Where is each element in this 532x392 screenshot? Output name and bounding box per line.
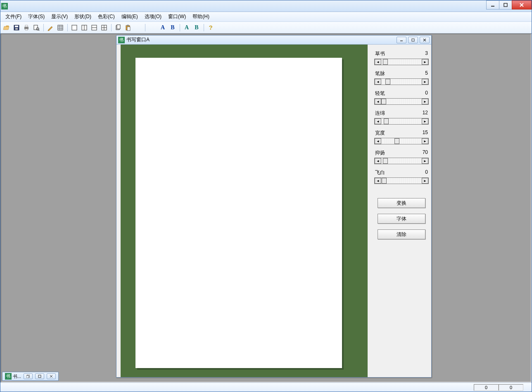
mdi-tab-writing[interactable]: 书 书... — [2, 372, 59, 381]
slider-thumb[interactable] — [382, 178, 387, 184]
pencil-icon[interactable] — [46, 23, 55, 32]
slider-thumb[interactable] — [385, 79, 390, 85]
slider-value: 15 — [423, 130, 428, 137]
slider-left-arrow-icon[interactable]: ◄ — [375, 79, 381, 85]
slider-right-arrow-icon[interactable]: ► — [422, 59, 428, 65]
slider-5: 抑扬70◄► — [374, 149, 429, 164]
slider-label: 连绵 — [375, 110, 385, 117]
child-minimize-button[interactable] — [397, 37, 406, 43]
help-icon[interactable]: ? — [206, 23, 215, 32]
slider-value: 12 — [423, 110, 428, 117]
child-title: 书写窗口A — [126, 36, 150, 43]
canvas-paper[interactable] — [135, 58, 342, 368]
style-a-teal-icon[interactable]: A — [182, 23, 191, 32]
svg-rect-27 — [117, 25, 120, 29]
slider-thumb[interactable] — [383, 59, 388, 65]
child-icon: 书 — [118, 37, 125, 43]
layout4-icon[interactable] — [100, 23, 109, 32]
slider-label: 草书 — [375, 50, 385, 57]
child-maximize-button[interactable] — [408, 37, 418, 43]
minimize-button[interactable] — [486, 0, 499, 9]
slider-thumb[interactable] — [381, 99, 386, 104]
slider-value: 70 — [423, 149, 428, 156]
slider-label: 轻笔 — [375, 90, 385, 97]
slider-thumb[interactable] — [394, 138, 399, 144]
style-a-blue-icon[interactable]: A — [158, 23, 167, 32]
menu-bar: 文件(F) 字体(S) 显示(V) 形状(D) 色彩(C) 编辑(E) 选项(O… — [0, 12, 532, 22]
slider-left-arrow-icon[interactable]: ◄ — [375, 158, 381, 164]
mdi-tab-label: 书... — [13, 373, 21, 380]
svg-rect-9 — [25, 29, 28, 30]
mdi-tab-restore-button[interactable] — [24, 373, 33, 379]
mdi-tab-maximize-button[interactable] — [35, 373, 44, 379]
slider-3: 连绵12◄► — [374, 110, 429, 125]
open-icon[interactable] — [2, 23, 11, 32]
slider-track[interactable]: ◄► — [374, 138, 429, 144]
svg-rect-18 — [72, 25, 77, 30]
transform-button[interactable]: 变换 — [378, 198, 425, 208]
child-close-button[interactable] — [420, 37, 430, 43]
writing-window-a: 书 书写窗口A 草书3◄►笔脉5◄►轻笔0◄►连绵12◄►宽度15◄►抑扬70◄… — [116, 35, 432, 378]
window-controls — [487, 0, 532, 9]
grid-icon[interactable] — [56, 23, 65, 32]
menu-options[interactable]: 选项(O) — [141, 12, 165, 21]
slider-left-arrow-icon[interactable]: ◄ — [375, 99, 381, 104]
menu-view[interactable]: 显示(V) — [48, 12, 71, 21]
slider-right-arrow-icon[interactable]: ► — [422, 138, 428, 144]
slider-left-arrow-icon[interactable]: ◄ — [375, 138, 381, 144]
slider-left-arrow-icon[interactable]: ◄ — [375, 59, 381, 65]
slider-label: 飞白 — [375, 169, 385, 176]
menu-shape[interactable]: 形状(D) — [71, 12, 95, 21]
slider-value: 3 — [425, 50, 428, 57]
menu-color[interactable]: 色彩(C) — [95, 12, 118, 21]
layout1-icon[interactable] — [70, 23, 79, 32]
slider-track[interactable]: ◄► — [374, 98, 429, 105]
slider-value: 0 — [425, 90, 428, 97]
slider-track[interactable]: ◄► — [374, 118, 429, 125]
toolbar: A B A B ? — [0, 22, 532, 33]
separator — [109, 23, 113, 32]
slider-1: 笔脉5◄► — [374, 70, 429, 85]
slider-right-arrow-icon[interactable]: ► — [422, 178, 428, 184]
slider-right-arrow-icon[interactable]: ► — [422, 99, 428, 104]
copy-icon[interactable] — [114, 23, 123, 32]
svg-rect-36 — [26, 375, 29, 378]
slider-right-arrow-icon[interactable]: ► — [422, 79, 428, 85]
slider-2: 轻笔0◄► — [374, 90, 429, 105]
paste-icon[interactable] — [124, 23, 133, 32]
slider-thumb[interactable] — [384, 118, 389, 124]
slider-track[interactable]: ◄► — [374, 59, 429, 65]
menu-window[interactable]: 窗口(W) — [165, 12, 189, 21]
slider-left-arrow-icon[interactable]: ◄ — [375, 118, 381, 124]
slider-thumb[interactable] — [383, 158, 388, 164]
blank-icon[interactable] — [133, 23, 142, 32]
slider-right-arrow-icon[interactable]: ► — [422, 118, 428, 124]
slider-6: 飞白0◄► — [374, 169, 429, 184]
slider-track[interactable]: ◄► — [374, 158, 429, 164]
menu-edit[interactable]: 编辑(E) — [118, 12, 141, 21]
preview-icon[interactable] — [32, 23, 41, 32]
maximize-button[interactable] — [499, 0, 512, 9]
save-icon[interactable] — [12, 23, 21, 32]
style-b-blue-icon[interactable]: B — [168, 23, 177, 32]
style-b-teal-icon[interactable]: B — [192, 23, 201, 32]
menu-file[interactable]: 文件(F) — [2, 12, 25, 21]
mdi-tab-close-button[interactable] — [47, 373, 56, 379]
slider-right-arrow-icon[interactable]: ► — [422, 158, 428, 164]
side-panel: 草书3◄►笔脉5◄►轻笔0◄►连绵12◄►宽度15◄►抑扬70◄►飞白0◄►变换… — [372, 45, 431, 377]
print-icon[interactable] — [22, 23, 31, 32]
slider-track[interactable]: ◄► — [374, 177, 429, 184]
svg-rect-29 — [127, 25, 129, 26]
clear-button[interactable]: 清除 — [378, 229, 425, 239]
layout2-icon[interactable] — [80, 23, 89, 32]
slider-left-arrow-icon[interactable]: ◄ — [375, 178, 381, 184]
slider-track[interactable]: ◄► — [374, 78, 429, 85]
close-button[interactable] — [512, 0, 532, 9]
canvas-pane — [116, 45, 372, 377]
child-title-bar[interactable]: 书 书写窗口A — [116, 35, 431, 45]
menu-help[interactable]: 帮助(H) — [189, 12, 213, 21]
font-button[interactable]: 字体 — [378, 214, 425, 224]
layout3-icon[interactable] — [90, 23, 99, 32]
title-bar: 书 — [0, 0, 532, 12]
menu-font[interactable]: 字体(S) — [25, 12, 48, 21]
